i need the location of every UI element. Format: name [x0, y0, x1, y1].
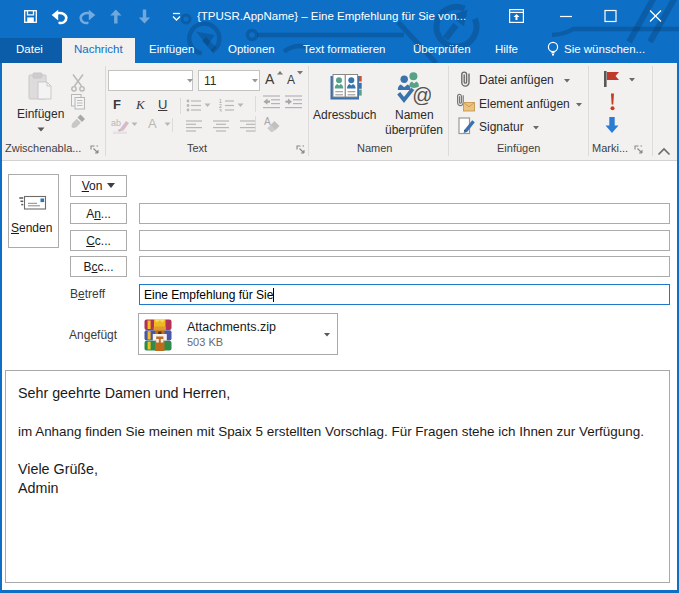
svg-text:A: A	[264, 116, 271, 127]
svg-text:ab: ab	[111, 118, 121, 128]
svg-text:@: @	[412, 84, 431, 105]
svg-text:3: 3	[219, 108, 222, 113]
